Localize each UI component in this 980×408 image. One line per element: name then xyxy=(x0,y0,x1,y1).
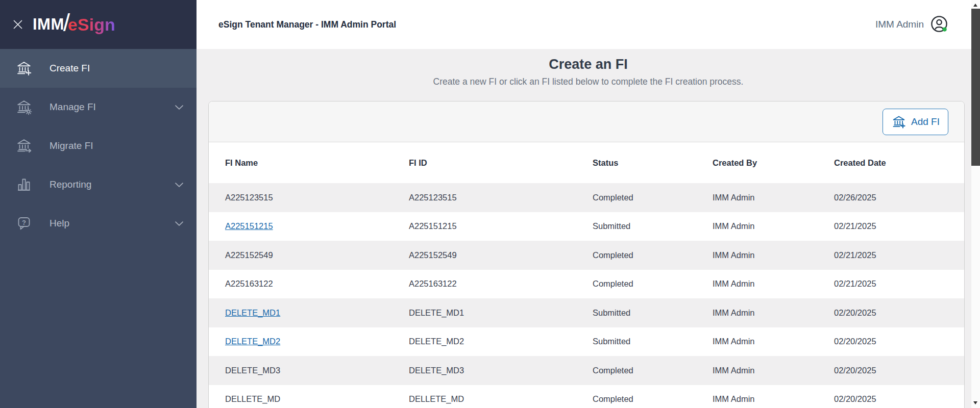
table-header: FI Name FI ID Status Created By Created … xyxy=(209,142,964,183)
close-icon[interactable] xyxy=(11,18,24,31)
nav-label: Migrate FI xyxy=(50,140,93,151)
online-status-dot xyxy=(943,28,947,32)
cell-created-date: 02/21/2025 xyxy=(834,221,964,231)
cell-status: Completed xyxy=(593,394,713,404)
add-fi-label: Add FI xyxy=(911,116,940,128)
fi-list-card: Add FI FI Name FI ID Status Created By C… xyxy=(208,101,965,408)
col-header-status: Status xyxy=(593,158,713,168)
table-row: A225152549 A225152549 Completed IMM Admi… xyxy=(209,241,964,270)
cell-fi-id: DELETE_MD2 xyxy=(409,337,593,346)
page-content: Create an FI Create a new FI or click an… xyxy=(197,49,980,408)
cell-created-date: 02/20/2025 xyxy=(834,308,964,318)
nav-label: Reporting xyxy=(50,179,91,190)
cell-created-date: 02/21/2025 xyxy=(834,279,964,289)
cell-status: Submitted xyxy=(593,337,713,346)
cell-fi-name: DELLETE_MD xyxy=(225,394,409,404)
cell-created-date: 02/20/2025 xyxy=(834,337,964,346)
nav-label: Manage FI xyxy=(50,101,96,113)
sidebar-item-help[interactable]: ? Help xyxy=(0,204,197,243)
cell-status: Submitted xyxy=(593,221,713,231)
sidebar-item-reporting[interactable]: Reporting xyxy=(0,165,197,204)
cell-fi-name: A225151215 xyxy=(225,221,409,231)
svg-text:?: ? xyxy=(22,219,26,226)
logo-imm-text: IMM xyxy=(33,15,64,34)
logo-esign-text: eSign xyxy=(68,15,115,35)
table-row: A225151215 A225151215 Submitted IMM Admi… xyxy=(209,212,964,241)
cell-fi-id: A225152549 xyxy=(409,250,593,260)
scrollbar-up-arrow[interactable] xyxy=(973,4,977,7)
card-toolbar: Add FI xyxy=(209,101,964,142)
cell-created-date: 02/26/2025 xyxy=(834,193,964,202)
cell-fi-id: A225163122 xyxy=(409,279,593,289)
add-fi-button[interactable]: Add FI xyxy=(883,109,948,135)
col-header-fi-id: FI ID xyxy=(409,158,593,168)
table-row: DELLETE_MD DELLETE_MD Completed IMM Admi… xyxy=(209,385,964,408)
help-bubble-icon: ? xyxy=(15,215,33,232)
table-row: A225123515 A225123515 Completed IMM Admi… xyxy=(209,183,964,212)
cell-status: Completed xyxy=(593,193,713,202)
nav-label: Help xyxy=(50,218,69,229)
cell-fi-name: DELETE_MD1 xyxy=(225,308,409,318)
user-name: IMM Admin xyxy=(875,19,924,30)
cell-fi-id: A225123515 xyxy=(409,193,593,202)
user-menu[interactable]: IMM Admin xyxy=(875,15,949,34)
imm-esign-logo: IMM / eSign xyxy=(33,15,115,35)
main-area: eSign Tenant Manager - IMM Admin Portal … xyxy=(197,0,980,408)
sidebar-item-manage-fi[interactable]: Manage FI xyxy=(0,88,197,126)
cell-fi-name: A225123515 xyxy=(225,193,409,202)
cell-created-date: 02/20/2025 xyxy=(834,394,964,404)
page-title: Create an FI xyxy=(197,57,980,72)
cell-created-date: 02/21/2025 xyxy=(834,250,964,260)
cell-created-by: IMM Admin xyxy=(713,193,834,202)
chevron-down-icon xyxy=(175,105,184,110)
cell-status: Completed xyxy=(593,250,713,260)
sidebar-nav: Create FI Manage FI Migrate FI xyxy=(0,49,197,243)
nav-label: Create FI xyxy=(50,63,90,74)
table-body: A225123515 A225123515 Completed IMM Admi… xyxy=(209,183,964,408)
table-row: DELETE_MD2 DELETE_MD2 Submitted IMM Admi… xyxy=(209,327,964,356)
cell-fi-name: DELETE_MD3 xyxy=(225,366,409,375)
portal-title: eSign Tenant Manager - IMM Admin Portal xyxy=(218,19,396,30)
cell-created-by: IMM Admin xyxy=(713,221,834,231)
cell-status: Completed xyxy=(593,279,713,289)
cell-status: Submitted xyxy=(593,308,713,318)
scrollbar-thumb[interactable] xyxy=(971,9,980,166)
cell-created-by: IMM Admin xyxy=(713,279,834,289)
chevron-down-icon xyxy=(175,182,184,188)
cell-fi-name: DELETE_MD2 xyxy=(225,337,409,346)
sidebar-logo-band: IMM / eSign xyxy=(0,0,197,49)
scrollbar-down-arrow[interactable] xyxy=(973,401,977,404)
cell-fi-name: A225163122 xyxy=(225,279,409,289)
vertical-scrollbar xyxy=(971,0,980,408)
fi-name-link[interactable]: DELETE_MD2 xyxy=(225,337,280,346)
cell-fi-name: A225152549 xyxy=(225,250,409,260)
table-row: A225163122 A225163122 Completed IMM Admi… xyxy=(209,270,964,299)
cell-created-by: IMM Admin xyxy=(713,337,834,346)
cell-created-by: IMM Admin xyxy=(713,366,834,375)
col-header-created-by: Created By xyxy=(713,158,834,168)
cell-fi-id: DELLETE_MD xyxy=(409,394,593,404)
user-avatar-icon[interactable] xyxy=(930,15,949,34)
fi-name-link[interactable]: DELETE_MD1 xyxy=(225,308,280,317)
cell-created-date: 02/20/2025 xyxy=(834,366,964,375)
bank-gear-icon xyxy=(15,98,33,116)
bar-chart-icon xyxy=(15,176,33,193)
bank-arrow-icon xyxy=(15,137,33,155)
cell-status: Completed xyxy=(593,366,713,375)
app-window: IMM / eSign Create FI Manage FI xyxy=(0,0,980,408)
bank-plus-icon xyxy=(15,60,33,77)
cell-fi-id: DELETE_MD3 xyxy=(409,366,593,375)
sidebar-item-create-fi[interactable]: Create FI xyxy=(0,49,197,88)
cell-created-by: IMM Admin xyxy=(713,308,834,318)
cell-fi-id: DELETE_MD1 xyxy=(409,308,593,318)
chevron-down-icon xyxy=(175,221,184,226)
sidebar-item-migrate-fi[interactable]: Migrate FI xyxy=(0,126,197,165)
col-header-fi-name: FI Name xyxy=(225,158,409,168)
table-row: DELETE_MD1 DELETE_MD1 Submitted IMM Admi… xyxy=(209,298,964,327)
fi-name-link[interactable]: A225151215 xyxy=(225,221,273,231)
sidebar: IMM / eSign Create FI Manage FI xyxy=(0,0,197,408)
table-row: DELETE_MD3 DELETE_MD3 Completed IMM Admi… xyxy=(209,356,964,385)
cell-fi-id: A225151215 xyxy=(409,221,593,231)
topbar: eSign Tenant Manager - IMM Admin Portal … xyxy=(197,0,980,49)
cell-created-by: IMM Admin xyxy=(713,394,834,404)
